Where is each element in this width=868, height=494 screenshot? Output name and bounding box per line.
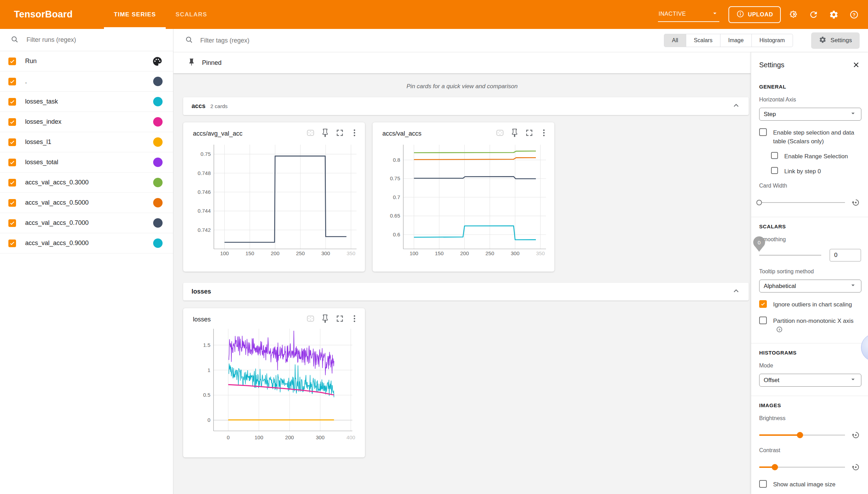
svg-text:350: 350 (347, 250, 356, 256)
fullscreen-icon[interactable] (335, 314, 345, 324)
main-toolbar: AllScalarsImageHistogram Settings (173, 29, 868, 52)
fit-data-icon[interactable] (495, 128, 505, 138)
svg-text:0: 0 (227, 434, 230, 440)
fit-data-icon[interactable] (306, 314, 315, 324)
run-checkbox[interactable] (8, 138, 16, 146)
horizontal-axis-select[interactable]: Step (759, 108, 861, 121)
status-dropdown[interactable]: INACTIVE (658, 7, 719, 22)
run-checkbox[interactable] (8, 199, 16, 207)
show-actual-size-checkbox[interactable] (759, 480, 767, 488)
svg-text:200: 200 (271, 250, 279, 256)
svg-text:300: 300 (511, 250, 519, 256)
filter-all-button[interactable]: All (664, 34, 686, 47)
gear-icon[interactable] (829, 10, 839, 20)
pinned-section-header[interactable]: Pinned (173, 52, 751, 73)
refresh-icon[interactable] (809, 10, 818, 20)
run-row[interactable]: losses_total (0, 152, 173, 173)
histogram-mode-select[interactable]: Offset (759, 374, 861, 387)
run-checkbox[interactable] (8, 58, 16, 65)
run-row[interactable]: accs_val_accs_0.7000 (0, 213, 173, 233)
kebab-icon[interactable] (350, 314, 359, 324)
run-checkbox[interactable] (8, 98, 16, 106)
section-header-losses[interactable]: losses (183, 283, 749, 301)
svg-text:250: 250 (296, 250, 305, 256)
run-label: accs_val_accs_0.9000 (25, 240, 89, 247)
reset-icon[interactable] (851, 462, 861, 472)
pin-outline-icon[interactable] (320, 128, 330, 138)
filter-histogram-button[interactable]: Histogram (752, 34, 793, 47)
run-row[interactable]: accs_val_accs_0.5000 (0, 193, 173, 213)
card-width-slider[interactable] (759, 200, 845, 205)
svg-text:100: 100 (255, 434, 263, 440)
run-label: losses_index (25, 118, 61, 126)
card-width-label: Card Width (759, 183, 861, 189)
fullscreen-icon[interactable] (524, 128, 534, 138)
filter-image-button[interactable]: Image (720, 34, 751, 47)
run-checkbox[interactable] (8, 240, 16, 247)
brightness-label: Brightness (759, 415, 861, 421)
step-selection-checkbox[interactable] (759, 128, 767, 136)
run-label: losses_l1 (25, 138, 51, 146)
fullscreen-icon[interactable] (335, 128, 345, 138)
link-step-checkbox-row[interactable]: Link by step 0 (771, 167, 861, 176)
tag-filter-input[interactable] (200, 37, 374, 45)
ignore-outliers-checkbox[interactable] (759, 300, 767, 308)
brightness-slider-row (759, 430, 861, 440)
fit-data-icon[interactable] (306, 128, 315, 138)
step-selection-checkbox-row[interactable]: Enable step selection and data table (Sc… (759, 128, 861, 146)
brightness-icon[interactable] (788, 10, 798, 20)
upload-button[interactable]: UPLOAD (728, 6, 781, 23)
brightness-slider[interactable] (759, 432, 845, 438)
kebab-icon[interactable] (539, 128, 549, 138)
run-checkbox[interactable] (8, 219, 16, 227)
link-step-checkbox[interactable] (771, 167, 778, 174)
run-row[interactable]: Run (0, 51, 173, 71)
slider-knob[interactable] (797, 432, 803, 438)
line-chart-avg-val-acc[interactable]: 0.7420.7440.7460.7480.751001502002503003… (183, 122, 365, 272)
gear-icon (819, 36, 826, 45)
kebab-icon[interactable] (350, 128, 359, 138)
range-selection-checkbox[interactable] (771, 152, 778, 159)
section-header-accs[interactable]: accs 2 cards (183, 97, 749, 115)
palette-icon[interactable] (152, 56, 163, 67)
run-row[interactable]: losses_index (0, 112, 173, 132)
chevron-up-icon[interactable] (732, 101, 740, 111)
show-actual-size-row[interactable]: Show actual image size (759, 480, 861, 489)
tab-time-series[interactable]: TIME SERIES (104, 0, 166, 29)
range-selection-checkbox-row[interactable]: Enable Range Selection (771, 152, 861, 161)
slider-knob[interactable] (756, 200, 762, 205)
run-checkbox[interactable] (8, 78, 16, 85)
slider-knob[interactable] (772, 464, 778, 470)
smoothing-row: 0 (759, 249, 861, 261)
ignore-outliers-row[interactable]: Ignore outliers in chart scaling (759, 300, 861, 309)
settings-button[interactable]: Settings (811, 32, 860, 49)
reset-icon[interactable] (851, 197, 861, 208)
cards-scroll-area[interactable]: Pin cards for a quick view and compariso… (173, 73, 751, 494)
run-checkbox[interactable] (8, 159, 16, 166)
run-row[interactable]: losses_task (0, 92, 173, 112)
pin-outline-icon[interactable] (320, 314, 330, 324)
help-icon[interactable]: ? (776, 326, 783, 333)
run-checkbox[interactable] (8, 179, 16, 187)
line-chart-val-accs[interactable]: 0.60.650.70.750.8100150200250300350 (373, 122, 554, 272)
run-checkbox[interactable] (8, 118, 16, 126)
line-chart-losses[interactable]: 00.511.50100200300400 (183, 308, 365, 457)
run-row[interactable]: accs_val_accs_0.9000 (0, 233, 173, 253)
contrast-slider[interactable] (759, 464, 845, 470)
run-filter-input[interactable] (26, 36, 144, 44)
tooltip-sort-select[interactable]: Alphabetical (759, 280, 861, 292)
smoothing-input[interactable] (830, 249, 861, 261)
smoothing-slider[interactable]: 0 (759, 252, 821, 258)
pin-outline-icon[interactable] (510, 128, 519, 138)
chevron-up-icon[interactable] (732, 287, 740, 297)
close-icon[interactable] (851, 60, 861, 70)
partition-x-axis-row[interactable]: Partition non-monotonic X axis? (759, 317, 861, 334)
run-row[interactable]: losses_l1 (0, 132, 173, 152)
partition-x-axis-checkbox[interactable] (759, 317, 767, 324)
help-icon[interactable]: ? (849, 10, 859, 20)
run-row[interactable]: accs_val_accs_0.3000 (0, 173, 173, 193)
reset-icon[interactable] (851, 430, 861, 440)
run-row[interactable]: . (0, 71, 173, 92)
tab-scalars[interactable]: SCALARS (166, 0, 217, 29)
filter-scalars-button[interactable]: Scalars (686, 34, 720, 47)
